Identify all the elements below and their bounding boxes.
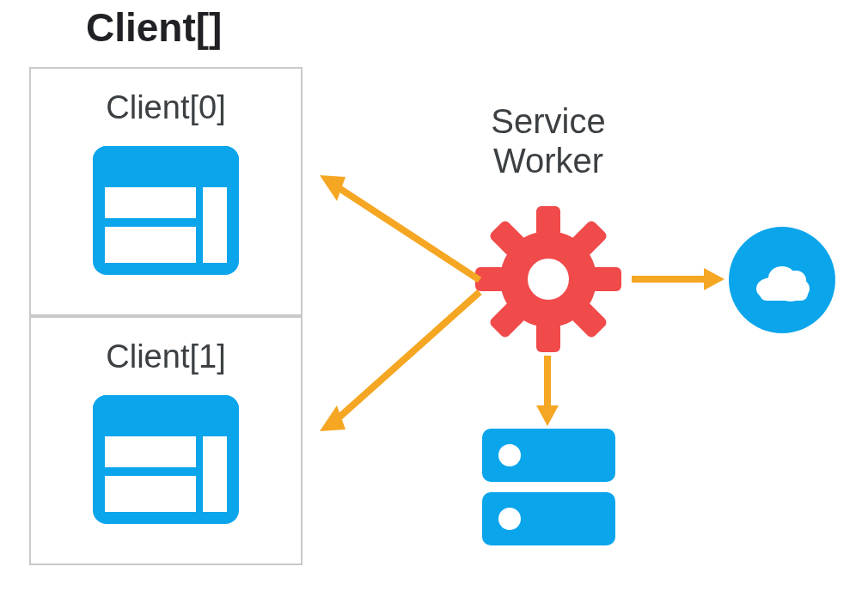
svg-rect-16 xyxy=(536,321,560,352)
arrow-to-cache xyxy=(535,356,560,426)
client-1-label: Client[1] xyxy=(31,338,301,375)
svg-rect-6 xyxy=(203,187,227,263)
svg-point-33 xyxy=(498,508,521,530)
svg-line-38 xyxy=(335,186,480,280)
client-0-label: Client[0] xyxy=(31,89,301,126)
svg-point-28 xyxy=(785,271,806,289)
svg-rect-5 xyxy=(105,232,196,263)
svg-rect-10 xyxy=(105,436,196,467)
svg-marker-37 xyxy=(536,405,559,426)
svg-rect-18 xyxy=(590,267,621,291)
svg-rect-11 xyxy=(105,476,196,481)
arrow-to-client-0 xyxy=(315,170,486,290)
arrow-to-cloud xyxy=(632,266,724,292)
server-icon xyxy=(482,429,615,549)
svg-rect-2 xyxy=(93,161,239,175)
client-box-0: Client[0] xyxy=(29,67,303,316)
svg-line-40 xyxy=(335,292,480,421)
svg-rect-13 xyxy=(203,436,227,512)
svg-rect-12 xyxy=(105,481,196,512)
svg-rect-3 xyxy=(105,187,196,218)
gear-icon xyxy=(475,206,621,352)
svg-rect-9 xyxy=(93,411,239,424)
svg-rect-29 xyxy=(760,287,808,301)
service-worker-label-line1: Service xyxy=(491,102,605,140)
service-worker-label: Service Worker xyxy=(428,101,669,180)
svg-rect-4 xyxy=(105,227,196,232)
client-box-1: Client[1] xyxy=(29,316,303,565)
browser-window-icon xyxy=(93,146,239,275)
svg-marker-35 xyxy=(704,268,724,290)
cloud-icon xyxy=(729,227,835,333)
arrow-to-client-1 xyxy=(315,283,486,438)
svg-point-31 xyxy=(498,444,521,466)
svg-rect-15 xyxy=(536,206,560,237)
service-worker-label-line2: Worker xyxy=(493,142,603,180)
browser-window-icon xyxy=(93,395,239,524)
svg-point-23 xyxy=(528,259,569,300)
clients-array-title: Client[] xyxy=(86,4,222,51)
